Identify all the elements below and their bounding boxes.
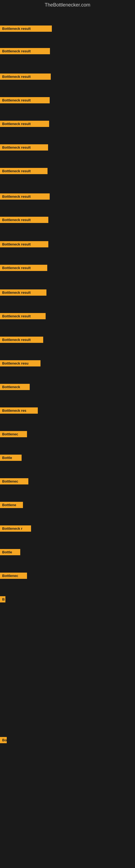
bottleneck-item: Bottleneck result — [0, 193, 50, 201]
bottleneck-item: Bottleneck result — [0, 289, 46, 297]
bottleneck-item: Bottleneck result — [0, 217, 48, 224]
bottleneck-item: Bottleneck res — [0, 407, 38, 415]
bottleneck-item: Bottleneck result — [0, 313, 46, 320]
bottleneck-item: Bottleneck result — [0, 97, 50, 104]
bottleneck-label: Bottlenec — [0, 572, 27, 579]
bottleneck-item: Bottleneck result — [0, 144, 48, 152]
bottleneck-item: Bottleneck result — [0, 241, 48, 248]
bottleneck-label: Bottlenec — [0, 431, 27, 437]
bottleneck-label: Bottlenec — [0, 478, 28, 485]
bottleneck-label: Bottlene — [0, 502, 23, 508]
bottleneck-label: Bottleneck result — [0, 26, 52, 32]
bottleneck-item: Bottleneck r — [0, 525, 31, 533]
bottleneck-label: Bottleneck result — [0, 337, 43, 343]
bottleneck-label: Bottleneck result — [0, 313, 46, 319]
bottleneck-label: Bottleneck result — [0, 265, 47, 271]
bottleneck-label: Bottleneck result — [0, 73, 51, 80]
bottleneck-item: Bottlenec — [0, 478, 28, 486]
bottleneck-item: Bottleneck result — [0, 168, 48, 175]
bottleneck-label: Bottleneck — [0, 384, 30, 390]
bottleneck-label: Bottleneck result — [0, 241, 48, 247]
bottleneck-label: Bottleneck result — [0, 97, 50, 103]
bottleneck-item: Bottleneck result — [0, 73, 51, 81]
site-title: TheBottlenecker.com — [0, 0, 135, 10]
bottleneck-item: Bottle — [0, 549, 20, 556]
bottleneck-label: Bottleneck result — [0, 144, 48, 151]
bottleneck-item: Bottleneck result — [0, 265, 47, 272]
bottleneck-item: Bo — [0, 737, 7, 744]
bottleneck-label: Bottleneck result — [0, 48, 50, 54]
bottleneck-item: Bottlenec — [0, 572, 27, 580]
bottleneck-item: Bottleneck resu — [0, 360, 41, 368]
bottleneck-item: Bottleneck — [0, 384, 30, 391]
bottleneck-item: Bottle — [0, 455, 21, 462]
bottleneck-label: Bottleneck res — [0, 407, 38, 414]
bottleneck-label: Bottleneck result — [0, 289, 46, 296]
bottleneck-item: Bottleneck result — [0, 121, 49, 128]
bottleneck-label: Bottle — [0, 549, 20, 555]
bottleneck-item: Bottleneck result — [0, 337, 43, 344]
bottleneck-label: Bottleneck result — [0, 168, 48, 174]
bottleneck-item: Bottlenec — [0, 431, 27, 438]
bottleneck-item: Bottleneck result — [0, 26, 52, 33]
bottleneck-item: Bottlene — [0, 502, 23, 509]
bottleneck-label: Bo — [0, 737, 7, 743]
bottleneck-label: Bottleneck resu — [0, 360, 41, 367]
bottleneck-item: B — [0, 596, 5, 603]
bottleneck-label: Bottleneck result — [0, 121, 49, 127]
bottleneck-item: Bottleneck result — [0, 48, 50, 55]
bottleneck-label: Bottleneck r — [0, 525, 31, 532]
bottleneck-label: B — [0, 596, 5, 602]
bottleneck-label: Bottle — [0, 455, 21, 461]
bottleneck-label: Bottleneck result — [0, 193, 50, 199]
bottleneck-label: Bottleneck result — [0, 217, 48, 223]
